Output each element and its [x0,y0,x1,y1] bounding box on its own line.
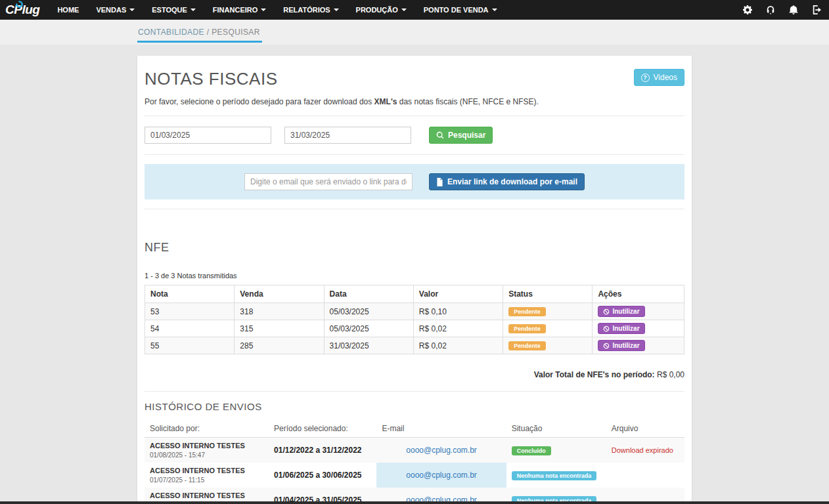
breadcrumb-bar: CONTABILIDADE / PESQUISAR [0,20,829,45]
cell-period: 01/12/2022 a 31/12/2022 [269,438,376,463]
caret-down-icon [334,9,339,11]
notas-fiscais-card: NOTAS FISCAIS ? Videos Por favor, seleci… [137,56,692,504]
divider [145,391,684,392]
status-badge: Nenhuma nota encontrada [512,471,597,480]
table-row: ACESSO INTERNO TESTES 01/07/2025 - 11:15… [145,463,684,488]
inutilizar-button[interactable]: Inutilizar [598,306,644,317]
cell-nota: 54 [145,320,235,337]
col-header-solicitado: Solicitado por: [145,420,269,438]
breadcrumb-contabilidade[interactable]: CONTABILIDADE [138,28,204,37]
nfe-total: Valor Total de NFE's no período: R$ 0,00 [145,370,684,379]
file-icon [436,178,443,186]
inutilizar-label: Inutilizar [612,308,639,315]
email-input[interactable] [244,173,413,190]
col-header-venda: Venda [235,285,324,303]
caret-down-icon [129,9,135,11]
cell-valor: R$ 0,02 [413,320,503,337]
ban-icon [603,343,610,349]
breadcrumb: CONTABILIDADE / PESQUISAR [137,20,262,43]
date-from-input[interactable] [145,127,271,144]
question-circle-icon: ? [641,74,650,82]
col-header-periodo: Período selecionado: [269,420,376,438]
cell-nota: 53 [145,303,235,320]
cell-venda: 318 [235,303,324,320]
status-badge: Pendente [508,324,546,333]
page-title: NOTAS FISCAIS [145,69,278,89]
nav-home[interactable]: HOME [49,0,87,20]
nav-ponto-de-venda[interactable]: PONTO DE VENDA [415,0,506,20]
history-table: Solicitado por: Período selecionado: E-m… [145,420,684,504]
history-section-title: HISTÓRICO DE ENVIOS [145,401,684,412]
nav-vendas[interactable]: VENDAS [87,0,143,20]
col-header-status: Status [503,285,593,303]
cell-period: 01/06/2025 a 30/06/2025 [269,463,376,488]
nav-label: ESTOQUE [152,6,187,14]
email-link[interactable]: oooo@cplug.com.br [406,471,477,480]
navbar-actions [736,0,829,20]
nav-label: PRODUÇÃO [356,6,398,14]
requester-name: ACESSO INTERNO TESTES [150,467,263,474]
requester-name: ACESSO INTERNO TESTES [150,442,263,450]
inutilizar-label: Inutilizar [612,342,639,349]
bell-icon[interactable] [782,0,805,20]
nav-estoque[interactable]: ESTOQUE [143,0,204,20]
history-header-row: Solicitado por: Período selecionado: E-m… [145,420,684,438]
nav-label: PONTO DE VENDA [424,6,489,14]
send-email-button[interactable]: Enviar link de download por e-mail [429,173,585,190]
cell-venda: 285 [235,337,324,354]
description-bold: XML's [374,97,397,106]
nfe-total-label: Valor Total de NFE's no período: [534,370,655,379]
nfe-total-value: R$ 0,00 [655,370,684,379]
caret-down-icon [190,9,196,11]
pesquisar-button-label: Pesquisar [448,131,485,140]
col-header-data: Data [324,285,413,303]
brand-logo[interactable]: CPlug [0,0,49,20]
date-to-input[interactable] [284,127,411,144]
brand-swirl-icon [16,1,23,8]
gear-icon[interactable] [736,0,759,20]
cell-data: 05/03/2025 [324,303,413,320]
send-email-button-label: Enviar link de download por e-mail [447,177,577,186]
cell-nota: 55 [145,337,235,354]
status-badge: Concluído [512,446,551,455]
breadcrumb-pesquisar: PESQUISAR [212,28,260,37]
requester-name: ACESSO INTERNO TESTES [150,492,263,499]
table-row: 54 315 05/03/2025 R$ 0,02 Pendente Inuti… [145,320,684,337]
top-navbar: CPlug HOME VENDAS ESTOQUE FINANCEIRO REL… [0,0,829,20]
cell-venda: 315 [235,320,324,337]
pesquisar-button[interactable]: Pesquisar [429,127,493,144]
bottom-edge [0,501,829,504]
caret-down-icon [401,9,407,11]
nav-relatorios[interactable]: RELATÓRIOS [275,0,347,20]
email-link[interactable]: oooo@cplug.com.br [406,446,477,455]
download-expired-label: Download expirado [612,446,673,454]
ban-icon [603,308,610,315]
inutilizar-button[interactable]: Inutilizar [598,323,644,334]
nfe-header-row: Nota Venda Data Valor Status Ações [145,285,684,303]
cell-valor: R$ 0,10 [413,303,503,320]
cell-valor: R$ 0,02 [413,337,503,354]
divider [145,116,684,116]
logout-icon[interactable] [805,0,828,20]
status-badge: Pendente [508,307,546,316]
request-datetime: 01/07/2025 - 11:15 [150,476,263,484]
support-icon[interactable] [759,0,782,20]
nav-producao[interactable]: PRODUÇÃO [347,0,415,20]
divider [145,209,684,209]
table-row: ACESSO INTERNO TESTES 01/08/2025 - 15:47… [145,438,684,463]
email-send-panel: Enviar link de download por e-mail [145,164,684,200]
col-header-nota: Nota [145,285,235,303]
nav-financeiro[interactable]: FINANCEIRO [204,0,275,20]
table-row: 53 318 05/03/2025 R$ 0,10 Pendente Inuti… [145,303,684,320]
cell-data: 31/03/2025 [324,337,413,354]
inutilizar-button[interactable]: Inutilizar [598,340,644,351]
caret-down-icon [492,9,497,11]
videos-button-label: Videos [654,73,677,82]
videos-button[interactable]: ? Videos [634,69,684,86]
col-header-valor: Valor [413,285,503,303]
nav-label: VENDAS [96,6,126,14]
divider [145,154,684,155]
request-datetime: 01/08/2025 - 15:47 [150,452,263,459]
date-filter-row: Pesquisar [145,127,684,144]
page-description: Por favor, selecione o período desejado … [145,97,684,106]
